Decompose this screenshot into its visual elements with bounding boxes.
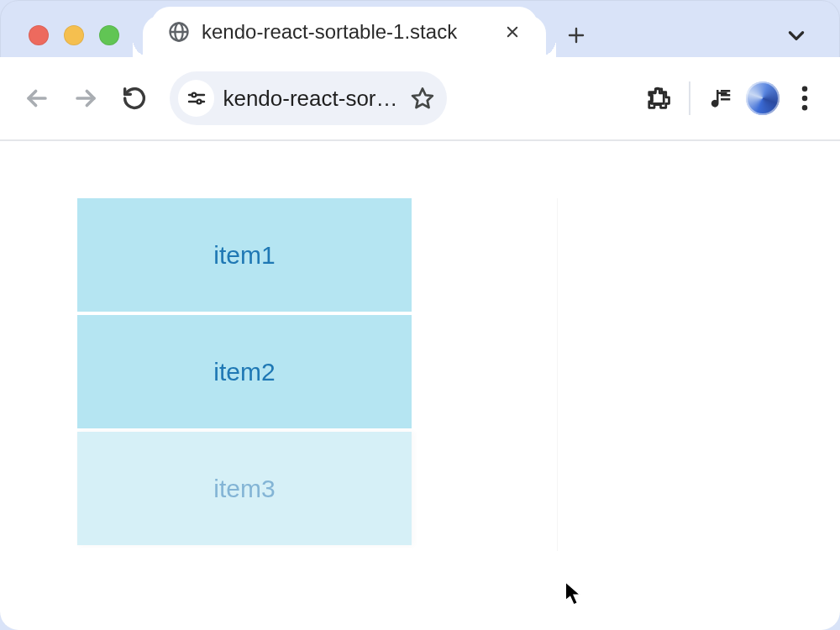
sortable-item-label: item2 [213,358,275,386]
tab-close-button[interactable] [501,20,524,44]
back-button[interactable] [15,76,59,120]
tab-overflow-button[interactable] [778,18,815,52]
svg-point-10 [802,87,808,92]
bookmark-star-button[interactable] [410,86,435,111]
toolbar-separator [689,81,690,115]
window-controls [29,25,119,45]
page-viewport: item1item2item3 [0,141,840,630]
forward-button[interactable] [64,76,108,120]
svg-rect-7 [721,90,730,92]
media-control-button[interactable] [701,78,741,118]
sortable-item[interactable]: item3 [77,432,412,545]
window-close-button[interactable] [29,25,49,45]
svg-marker-6 [412,89,433,108]
svg-point-4 [192,93,196,97]
window-minimize-button[interactable] [64,25,84,45]
url-text: kendo-react-sort… [223,86,402,112]
reload-button[interactable] [113,76,156,120]
browser-toolbar: kendo-react-sort… [0,57,840,141]
extensions-button[interactable] [638,78,679,118]
svg-rect-8 [721,94,730,97]
site-settings-button[interactable] [178,80,214,117]
sortable-item[interactable]: item2 [77,315,412,428]
svg-point-11 [802,96,808,102]
tab-strip: kendo-react-sortable-1.stack [0,0,840,57]
new-tab-button[interactable] [559,18,593,52]
svg-point-5 [197,100,201,104]
window-zoom-button[interactable] [99,25,119,45]
browser-menu-button[interactable] [785,78,825,118]
column-guide [551,198,558,551]
svg-rect-9 [721,98,730,101]
svg-point-12 [802,105,808,111]
sortable-item-label: item3 [213,475,275,503]
address-bar[interactable]: kendo-react-sort… [170,71,447,125]
browser-tab[interactable]: kendo-react-sortable-1.stack [151,7,538,57]
tab-title: kendo-react-sortable-1.stack [202,20,491,44]
sortable-item-label: item1 [213,241,275,270]
sortable-list[interactable]: item1item2item3 [77,198,412,545]
globe-icon [166,19,192,45]
browser-window: kendo-react-sortable-1.stack [0,0,840,630]
profile-avatar-button[interactable] [746,81,780,115]
sortable-item[interactable]: item1 [77,198,412,312]
cursor-icon [564,581,583,606]
